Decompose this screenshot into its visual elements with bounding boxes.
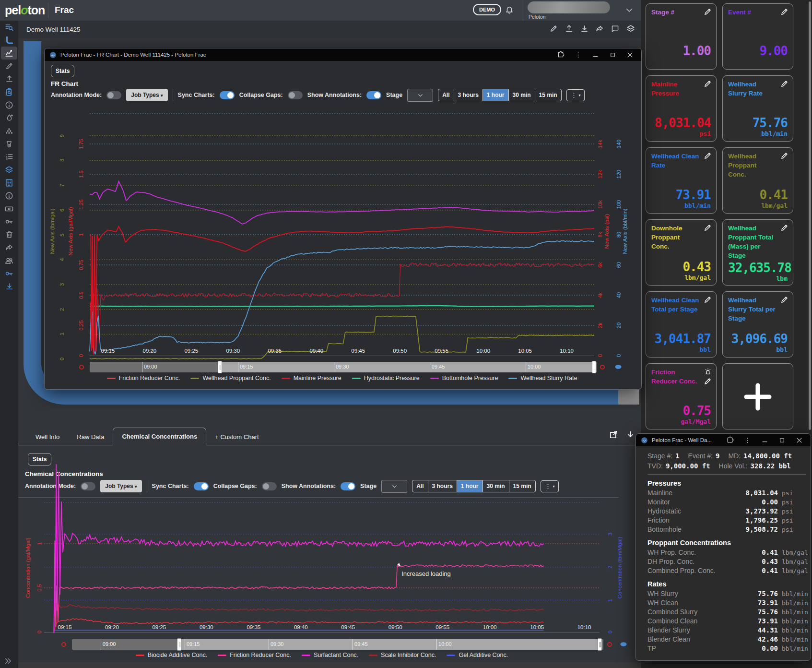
- well-data-window-titlebar[interactable]: Peloton Frac - Well Da...: [636, 434, 811, 446]
- extension-icon[interactable]: [723, 436, 737, 444]
- sidebar-item-permissions[interactable]: [0, 215, 18, 228]
- legend-item[interactable]: Friction Reducer Conc.: [107, 375, 180, 382]
- sidebar-item-charts[interactable]: [1, 47, 17, 60]
- slider-live-marker-icon[interactable]: [614, 364, 622, 370]
- range-button-1-hour[interactable]: 1 hour: [483, 89, 509, 101]
- job-types-button[interactable]: Job Types ▾: [100, 480, 141, 492]
- sidebar-item-edit[interactable]: [0, 60, 18, 72]
- slider-handle-left[interactable]: [177, 638, 181, 651]
- annotation-mode-toggle[interactable]: [81, 482, 95, 490]
- sidebar-item-wellpath[interactable]: [0, 34, 18, 47]
- legend-item[interactable]: Surfactant Conc.: [302, 652, 358, 658]
- tab-chemical-concentrations[interactable]: Chemical Concentrations: [113, 428, 206, 445]
- legend-item[interactable]: Biocide Additive Conc.: [136, 652, 207, 658]
- close-icon[interactable]: [623, 51, 636, 59]
- open-external-icon[interactable]: [609, 430, 618, 439]
- comment-icon[interactable]: [611, 24, 619, 33]
- sidebar-expand-chevrons-icon[interactable]: [4, 657, 12, 665]
- sidebar-item-info-alt[interactable]: [0, 189, 18, 202]
- stage-select[interactable]: [407, 89, 433, 102]
- range-button-30-min[interactable]: 30 min: [509, 89, 535, 101]
- job-types-button[interactable]: Job Types ▾: [126, 89, 167, 101]
- annotation-mode-toggle[interactable]: [106, 91, 121, 99]
- minimize-icon[interactable]: [588, 51, 602, 59]
- legend-item[interactable]: Scale Inhibitor Conc.: [369, 652, 436, 658]
- fr-window-titlebar[interactable]: Peloton Frac - FR Chart - Demo Well 1114…: [45, 48, 641, 61]
- maximize-icon[interactable]: [775, 437, 788, 443]
- edit-well-icon[interactable]: [550, 24, 558, 33]
- extension-icon[interactable]: [554, 51, 567, 59]
- show-annotations-toggle[interactable]: [341, 482, 355, 490]
- legend-item[interactable]: Wellhead Slurry Rate: [508, 375, 577, 382]
- range-button-30-min[interactable]: 30 min: [483, 480, 509, 492]
- range-button-15-min[interactable]: 15 min: [509, 480, 535, 492]
- tile-wellhead-clean-rate[interactable]: Wellhead Clean Rate73.91bbl/min: [646, 147, 717, 214]
- tile-wellhead-slurry-rate[interactable]: Wellhead Slurry Rate75.76bbl/min: [722, 75, 793, 142]
- slider-handle-right[interactable]: [598, 638, 602, 651]
- edit-tile-pencil-icon[interactable]: [704, 152, 712, 160]
- fr-time-range-slider[interactable]: 09:0009:1509:3009:4510:00: [90, 362, 597, 372]
- add-tile-button[interactable]: [722, 363, 793, 429]
- sidebar-item-trash[interactable]: [0, 228, 18, 241]
- sidebar-item-well-search[interactable]: [0, 21, 18, 34]
- slider-marker-right-icon[interactable]: [600, 365, 605, 370]
- panel-scrollbar[interactable]: [809, 1, 811, 430]
- sidebar-item-proppant[interactable]: [0, 124, 18, 137]
- slider-marker-right-icon[interactable]: [607, 642, 612, 647]
- share-icon[interactable]: [596, 24, 604, 33]
- range-button-3-hours[interactable]: 3 hours: [454, 89, 483, 101]
- range-button-all[interactable]: All: [412, 480, 428, 492]
- tab-raw-data[interactable]: Raw Data: [68, 429, 113, 445]
- upload-icon[interactable]: [565, 24, 573, 33]
- edit-tile-pencil-icon[interactable]: [704, 80, 712, 88]
- collapse-download-icon[interactable]: [626, 430, 635, 439]
- tile-wellhead-clean-total[interactable]: Wellhead Clean Total per Stage3,041.87bb…: [646, 291, 717, 358]
- sidebar-item-container[interactable]: [0, 137, 18, 150]
- edit-tile-pencil-icon[interactable]: [780, 80, 788, 88]
- chem-stats-button[interactable]: Stats: [28, 453, 51, 465]
- tile-stage-number[interactable]: Stage #1.00: [646, 3, 717, 70]
- sidebar-item-fluids[interactable]: [0, 111, 18, 124]
- collapse-gaps-toggle[interactable]: [262, 482, 277, 490]
- sidebar-item-finance[interactable]: [0, 202, 18, 215]
- sidebar-item-layers[interactable]: [0, 163, 18, 176]
- notifications-bell-icon[interactable]: [505, 5, 514, 14]
- tile-friction-reducer-conc[interactable]: Friction Reducer Conc.0.75gal/Mgal: [646, 363, 717, 429]
- sidebar-item-access-key[interactable]: [0, 267, 18, 280]
- window-menu-kebab-icon[interactable]: [571, 51, 585, 59]
- legend-item[interactable]: Gel Additive Conc.: [447, 652, 508, 658]
- sidebar-item-info[interactable]: [0, 98, 18, 111]
- legend-item[interactable]: Friction Reducer Conc.: [218, 652, 291, 658]
- chart-options-kebab-button[interactable]: ▾: [541, 480, 559, 492]
- edit-tile-pencil-icon[interactable]: [704, 224, 712, 232]
- fr-stats-button[interactable]: Stats: [51, 65, 74, 77]
- sync-charts-toggle[interactable]: [220, 91, 235, 99]
- chem-time-range-slider[interactable]: 09:0009:1509:3009:4510:00: [72, 639, 603, 650]
- slider-live-marker-icon[interactable]: [620, 642, 627, 647]
- tab-well-info[interactable]: Well Info: [27, 429, 68, 445]
- edit-tile-pencil-icon[interactable]: [704, 377, 712, 385]
- layers-icon[interactable]: [626, 24, 635, 33]
- legend-item[interactable]: Hydrostatic Pressure: [352, 375, 420, 382]
- collapse-gaps-toggle[interactable]: [288, 91, 303, 99]
- slider-marker-left-icon[interactable]: [79, 365, 84, 370]
- sidebar-item-publish[interactable]: [0, 72, 18, 85]
- tab--custom-chart[interactable]: + Custom Chart: [206, 429, 267, 445]
- edit-tile-pencil-icon[interactable]: [780, 224, 788, 232]
- alarm-icon[interactable]: [704, 368, 712, 375]
- sidebar-item-share[interactable]: [0, 241, 18, 254]
- chem-chart-plot[interactable]: Increased loading 09:1509:2009:2509:3009…: [44, 502, 600, 632]
- peloton-logo[interactable]: peloton: [5, 3, 45, 17]
- range-button-3-hours[interactable]: 3 hours: [428, 480, 457, 492]
- sidebar-item-company[interactable]: [0, 176, 18, 189]
- tile-event-number[interactable]: Event #9.00: [722, 3, 793, 70]
- slider-handle-left[interactable]: [218, 361, 222, 373]
- slider-handle-right[interactable]: [592, 361, 596, 373]
- download-icon[interactable]: [580, 24, 588, 33]
- edit-tile-pencil-icon[interactable]: [780, 8, 788, 16]
- stage-select[interactable]: [381, 480, 407, 493]
- user-menu-chevron-down-icon[interactable]: [625, 6, 634, 14]
- window-menu-kebab-icon[interactable]: [741, 437, 754, 444]
- legend-item[interactable]: Mainline Pressure: [282, 375, 341, 382]
- legend-item[interactable]: Wellhead Proppant Conc.: [190, 375, 271, 382]
